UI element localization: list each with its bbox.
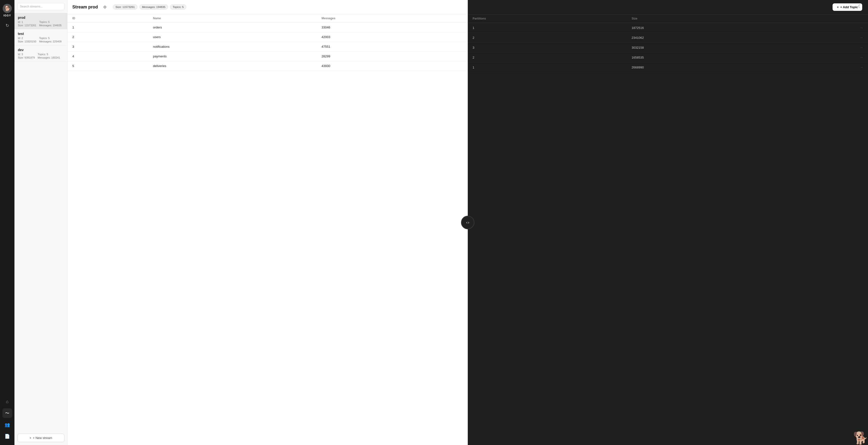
stream-item-test[interactable]: test Id: 2 Size: 13320150 Topics: 5 Mess… [14, 29, 67, 45]
col-partitions-header: Partitions [468, 14, 627, 23]
stream-meta-left: Id: 2 Size: 13320150 [18, 37, 36, 43]
docs-icon: 📄 [5, 434, 10, 439]
cell-partitions: 1 [468, 62, 627, 72]
activity-nav-item[interactable]: 〜 [2, 408, 12, 418]
home-nav-item[interactable]: ⌂ [2, 397, 12, 407]
split-toggle-button[interactable]: ‹ › [461, 216, 474, 229]
decorative-dog: 🐕 [849, 426, 868, 445]
cell-name: payments [148, 52, 317, 61]
app-name: IGGY [3, 14, 11, 17]
row-arrow[interactable]: → [778, 23, 868, 33]
stream-item-prod[interactable]: prod Id: 1 Size: 11573261 Topics: 5 Mess… [14, 13, 67, 29]
stream-title: Stream prod [72, 5, 98, 10]
col-name-header: Name [148, 14, 317, 23]
row-arrow[interactable]: → [778, 33, 868, 43]
stream-meta-right: Topics: 5 Messages: 225409 [39, 37, 61, 43]
main-light-panel: Stream prod ⚙ Size: 11573261 Messages: 1… [67, 0, 468, 445]
stream-meta-right: Topics: 5 Messages: 160241 [38, 53, 60, 59]
header-badges: Size: 11573261 Messages: 194835 Topics: … [113, 4, 186, 10]
stream-name: test [18, 32, 64, 36]
stream-item-dev[interactable]: dev Id: 3 Size: 9391879 Topics: 5 Messag… [14, 45, 67, 62]
cell-name: orders [148, 23, 317, 32]
cell-id: 2 [67, 32, 148, 42]
cell-messages: 47551 [317, 42, 468, 52]
topics-table-light: ID Name Messages 1 orders 33046 2 users … [67, 14, 468, 71]
plus-icon: + [837, 5, 839, 9]
col-size-header: Size [627, 14, 778, 23]
cell-messages: 43930 [317, 61, 468, 71]
table-row[interactable]: 4 payments 28299 [67, 52, 468, 61]
cell-messages: 33046 [317, 23, 468, 32]
stream-meta-right: Topics: 5 Messages: 194835 [39, 21, 61, 27]
stream-meta: Id: 1 Size: 11573261 Topics: 5 Messages:… [18, 21, 64, 27]
stream-size: Size: 9391879 [18, 56, 35, 59]
stream-meta-left: Id: 3 Size: 9391879 [18, 53, 35, 59]
cell-id: 4 [67, 52, 148, 61]
cell-messages: 28299 [317, 52, 468, 61]
refresh-button[interactable]: ↻ [2, 21, 12, 30]
stream-id: Id: 1 [18, 21, 36, 23]
table-row[interactable]: 2 2341062 → [468, 33, 868, 43]
cell-partitions: 2 [468, 53, 627, 62]
docs-nav-item[interactable]: 📄 [2, 432, 12, 441]
cell-messages: 42003 [317, 32, 468, 42]
gear-icon: ⚙ [103, 5, 106, 9]
cell-size: 1872516 [627, 23, 778, 33]
stream-list: prod Id: 1 Size: 11573261 Topics: 5 Mess… [14, 13, 67, 431]
table-row[interactable]: 1 orders 33046 [67, 23, 468, 32]
table-row[interactable]: 3 notifications 47551 [67, 42, 468, 52]
add-topic-label: + Add Topic [840, 5, 858, 9]
theme-toggle-button[interactable]: ☾ [858, 3, 862, 9]
stream-header: Stream prod ⚙ Size: 11573261 Messages: 1… [67, 0, 468, 14]
settings-button[interactable]: ⚙ [101, 3, 108, 10]
light-table-container: ID Name Messages 1 orders 33046 2 users … [67, 14, 468, 445]
stream-size: Size: 11573261 [18, 24, 36, 27]
avatar: 🐕 [3, 4, 12, 13]
table-row[interactable]: 1 2668990 → [468, 62, 868, 72]
table-row[interactable]: 3 3032158 → [468, 43, 868, 53]
refresh-icon: ↻ [5, 23, 9, 28]
row-arrow[interactable]: → [778, 62, 868, 72]
size-badge: Size: 11573261 [113, 4, 137, 10]
stream-id: Id: 3 [18, 53, 35, 56]
app-logo: 🐕 IGGY [3, 4, 12, 17]
table-row[interactable]: 2 1658535 → [468, 53, 868, 62]
moon-icon: ☾ [858, 4, 862, 9]
users-nav-item[interactable]: 👥 [2, 420, 12, 430]
stream-meta: Id: 3 Size: 9391879 Topics: 5 Messages: … [18, 53, 64, 59]
dark-table-container: Partitions Size 1 1872516 → 2 2341062 → [468, 14, 868, 445]
table-row[interactable]: 2 users 42003 [67, 32, 468, 42]
cell-size: 2341062 [627, 33, 778, 43]
cell-size: 2668990 [627, 62, 778, 72]
row-arrow[interactable]: → [778, 43, 868, 53]
stream-id: Id: 2 [18, 37, 36, 39]
row-arrow[interactable]: → [778, 53, 868, 62]
stream-topics: Topics: 5 [39, 21, 61, 23]
nav-rail: 🐕 IGGY ↻ ⌂ 〜 👥 📄 [0, 0, 14, 445]
new-stream-label: + New stream [33, 436, 52, 440]
stream-size: Size: 13320150 [18, 40, 36, 43]
cell-size: 1658535 [627, 53, 778, 62]
stream-messages: Messages: 225409 [39, 40, 61, 43]
table-row[interactable]: 5 deliveries 43930 [67, 61, 468, 71]
stream-messages: Messages: 194835 [39, 24, 61, 27]
dark-header: + + Add Topic [468, 0, 868, 14]
cell-partitions: 2 [468, 33, 627, 43]
main-area: Stream prod ⚙ Size: 11573261 Messages: 1… [67, 0, 868, 445]
new-stream-button[interactable]: + + New stream [18, 434, 64, 442]
cell-id: 1 [67, 23, 148, 32]
stream-topics: Topics: 5 [38, 53, 60, 56]
chevron-right-icon: › [468, 220, 469, 225]
chevron-left-icon: ‹ [466, 220, 467, 225]
cell-name: deliveries [148, 61, 317, 71]
cell-size: 3032158 [627, 43, 778, 53]
search-input[interactable] [18, 3, 64, 10]
table-row[interactable]: 1 1872516 → [468, 23, 868, 33]
cell-id: 3 [67, 42, 148, 52]
topics-table-dark: Partitions Size 1 1872516 → 2 2341062 → [468, 14, 868, 72]
stream-meta-left: Id: 1 Size: 11573261 [18, 21, 36, 27]
messages-badge: Messages: 194835 [140, 4, 168, 10]
sidebar: prod Id: 1 Size: 11573261 Topics: 5 Mess… [14, 0, 67, 445]
topics-badge: Topics: 5 [170, 4, 186, 10]
stream-name: prod [18, 16, 64, 20]
